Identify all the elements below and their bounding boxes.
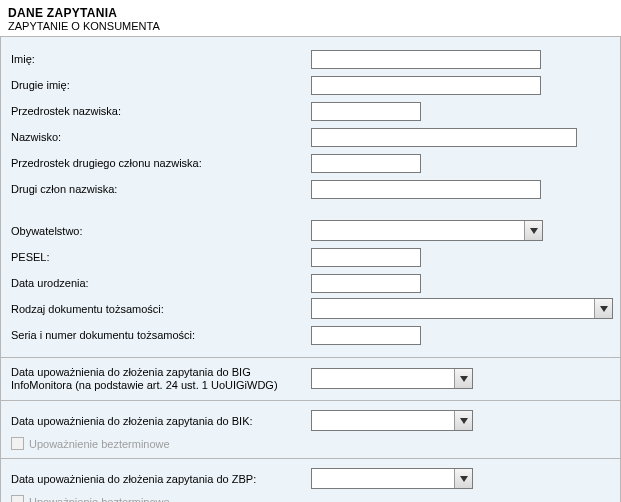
auth-bik-section: Data upoważnienia do złożenia zapytania … bbox=[0, 401, 621, 459]
label-zbp-unlimited: Upoważnienie bezterminowe bbox=[29, 496, 170, 503]
chevron-down-icon bbox=[454, 369, 472, 388]
input-imie[interactable] bbox=[311, 50, 541, 69]
label-przedrostek-nazwiska: Przedrostek nazwiska: bbox=[11, 105, 311, 118]
chevron-down-icon bbox=[454, 411, 472, 430]
label-pesel: PESEL: bbox=[11, 251, 311, 264]
label-auth-bik: Data upoważnienia do złożenia zapytania … bbox=[11, 415, 311, 428]
label-data-urodzenia: Data urodzenia: bbox=[11, 277, 311, 290]
select-auth-zbp-date[interactable] bbox=[311, 468, 473, 489]
select-auth-bik-date[interactable] bbox=[311, 410, 473, 431]
header-title: DANE ZAPYTANIA bbox=[8, 6, 613, 20]
select-rodzaj-dok[interactable] bbox=[311, 298, 613, 319]
input-nazwisko[interactable] bbox=[311, 128, 577, 147]
input-przedrostek-nazwiska[interactable] bbox=[311, 102, 421, 121]
auth-zbp-section: Data upoważnienia do złożenia zapytania … bbox=[0, 459, 621, 502]
input-pesel[interactable] bbox=[311, 248, 421, 267]
label-nazwisko: Nazwisko: bbox=[11, 131, 311, 144]
label-rodzaj-dok: Rodzaj dokumentu tożsamości: bbox=[11, 303, 311, 316]
select-auth-big-date[interactable] bbox=[311, 368, 473, 389]
input-seria-nr[interactable] bbox=[311, 326, 421, 345]
input-przedrostek-drugiego[interactable] bbox=[311, 154, 421, 173]
header-subtitle: ZAPYTANIE O KONSUMENTA bbox=[8, 20, 613, 32]
checkbox-bik-unlimited[interactable] bbox=[11, 437, 24, 450]
label-imie: Imię: bbox=[11, 53, 311, 66]
chevron-down-icon bbox=[454, 469, 472, 488]
label-seria-nr: Seria i numer dokumentu tożsamości: bbox=[11, 329, 311, 342]
input-drugie-imie[interactable] bbox=[311, 76, 541, 95]
label-obywatelstwo: Obywatelstwo: bbox=[11, 225, 311, 238]
chevron-down-icon bbox=[594, 299, 612, 318]
input-data-urodzenia[interactable] bbox=[311, 274, 421, 293]
personal-data-section: Imię: Drugie imię: Przedrostek nazwiska:… bbox=[0, 36, 621, 358]
label-bik-unlimited: Upoważnienie bezterminowe bbox=[29, 438, 170, 450]
select-obywatelstwo[interactable] bbox=[311, 220, 543, 241]
label-drugi-czlon: Drugi człon nazwiska: bbox=[11, 183, 311, 196]
form-header: DANE ZAPYTANIA ZAPYTANIE O KONSUMENTA bbox=[0, 0, 621, 36]
checkbox-zbp-unlimited[interactable] bbox=[11, 495, 24, 502]
auth-big-section: Data upoważnienia do złożenia zapytania … bbox=[0, 358, 621, 401]
chevron-down-icon bbox=[524, 221, 542, 240]
label-przedrostek-drugiego: Przedrostek drugiego członu nazwiska: bbox=[11, 157, 311, 170]
label-auth-big: Data upoważnienia do złożenia zapytania … bbox=[11, 366, 311, 392]
label-auth-zbp: Data upoważnienia do złożenia zapytania … bbox=[11, 473, 311, 486]
input-drugi-czlon[interactable] bbox=[311, 180, 541, 199]
label-drugie-imie: Drugie imię: bbox=[11, 79, 311, 92]
